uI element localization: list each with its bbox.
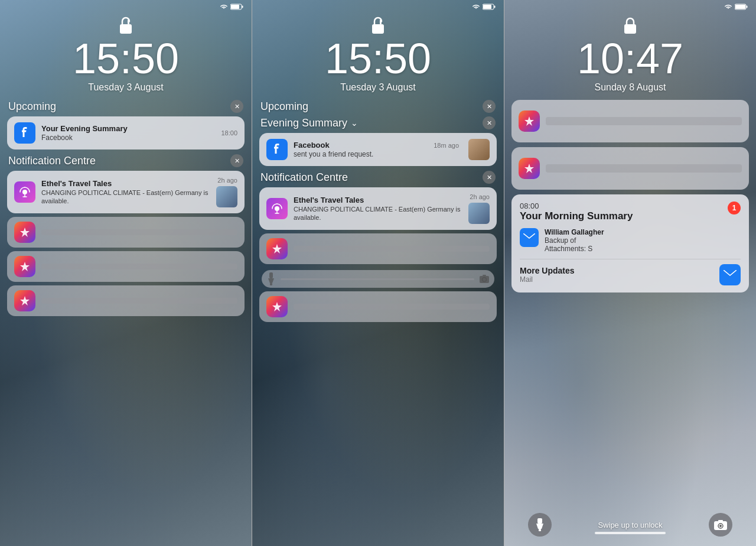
status-bar-3 (504, 0, 756, 11)
podcasts-card-2[interactable]: Ethel's Travel Tales CHANGING POLITICAL … (259, 187, 497, 230)
facebook-upcoming-subtitle: Facebook (41, 134, 215, 142)
lock-icon-3 (622, 16, 638, 35)
more-updates-sub: Mail (520, 275, 575, 284)
svg-rect-24 (537, 518, 542, 524)
facebook-evening-title: Facebook (294, 141, 330, 150)
battery-icon (230, 4, 243, 10)
camera-icon-3 (714, 519, 727, 530)
mail-icon-svg-2 (724, 270, 737, 280)
date-3: Sunday 8 August (504, 82, 756, 93)
podcasts-title-1: Ethel's Travel Tales (41, 179, 210, 188)
shortcuts-svg-3a (523, 115, 535, 127)
svg-rect-7 (494, 6, 496, 8)
svg-marker-25 (536, 524, 543, 529)
facebook-evening-row: Facebook 18m ago sent you a friend reque… (259, 133, 497, 166)
status-icons-2 (472, 4, 496, 10)
shortcuts-blurred-3a (511, 100, 749, 142)
unlock-icon (118, 16, 134, 35)
badge-1: 1 (728, 202, 741, 214)
morning-backup: Backup of (545, 236, 741, 245)
svg-rect-8 (483, 5, 491, 9)
facebook-upcoming-content: Your Evening Summary Facebook (41, 124, 215, 142)
upcoming-header-1: Upcoming ✕ (7, 100, 245, 113)
flashlight-icon-2 (266, 272, 276, 285)
shortcuts-icon-1c (14, 290, 35, 311)
facebook-upcoming-card[interactable]: Your Evening Summary Facebook 18:00 (7, 116, 245, 150)
svg-point-30 (719, 525, 722, 527)
svg-rect-14 (270, 283, 272, 285)
blurred-content-3a (546, 117, 742, 125)
svg-point-5 (22, 190, 27, 194)
morning-title-label: Your Morning Summary (520, 210, 633, 222)
flashlight-button[interactable] (528, 513, 552, 537)
facebook-evening-time: 18m ago (434, 142, 459, 149)
shortcuts-blurred-1c (7, 285, 245, 316)
notif-centre-close-1[interactable]: ✕ (230, 154, 243, 167)
battery-icon-3 (735, 4, 748, 10)
shortcuts-icon-3a (519, 110, 540, 132)
shortcuts-svg-1c (19, 295, 31, 307)
morning-time-label: 08:00 (520, 202, 633, 210)
podcasts-time-2: 2h ago (470, 193, 490, 200)
upcoming-header-2: Upcoming ✕ (259, 100, 497, 113)
shortcuts-icon-2a (266, 238, 288, 259)
notifications-1: Upcoming ✕ Your Evening Summary Facebook… (0, 93, 252, 316)
more-updates-label: More Updates (520, 266, 575, 275)
notifications-3: 08:00 Your Morning Summary 1 William Gal… (504, 93, 756, 292)
podcasts-time-1: 2h ago (217, 177, 237, 184)
shortcuts-blurred-3b (511, 147, 749, 190)
status-bar-2 (252, 0, 504, 11)
upcoming-close-1[interactable]: ✕ (230, 100, 243, 113)
evening-summary-expand[interactable]: Evening Summary ⌄ (260, 117, 358, 129)
status-icons-1 (220, 4, 243, 10)
svg-point-11 (275, 206, 279, 211)
clock-3: 10:47 (504, 37, 756, 80)
blurred-content-3b (546, 164, 742, 173)
battery-icon-2 (483, 4, 496, 10)
svg-rect-19 (747, 6, 748, 8)
notifications-2: Upcoming ✕ Evening Summary ⌄ ✕ Facebook (252, 93, 504, 322)
svg-rect-4 (128, 20, 129, 24)
facebook-evening-card[interactable]: Facebook 18m ago sent you a friend reque… (259, 133, 497, 166)
lock-area-3 (504, 11, 756, 35)
slide-bar (262, 270, 494, 288)
svg-marker-13 (268, 278, 274, 283)
status-icons-3 (724, 4, 748, 10)
notif-centre-close-2[interactable]: ✕ (483, 171, 496, 184)
facebook-f-icon-2 (271, 143, 284, 156)
facebook-upcoming-row: Your Evening Summary Facebook 18:00 (7, 116, 245, 150)
mail-icon-svg (523, 233, 535, 242)
shortcuts-blurred-2a (259, 233, 497, 264)
morning-summary-card[interactable]: 08:00 Your Morning Summary 1 William Gal… (511, 194, 749, 292)
morning-sender: William Gallagher (545, 228, 741, 236)
blurred-content-2a (294, 246, 490, 252)
shortcuts-icon-1a (14, 222, 35, 243)
lock-area-2 (252, 11, 504, 35)
upcoming-close-2[interactable]: ✕ (483, 100, 496, 113)
facebook-thumb (468, 139, 490, 160)
podcasts-thumb-1 (216, 186, 237, 207)
shortcuts-blurred-1a (7, 217, 245, 248)
camera-icon-2 (479, 274, 490, 284)
svg-rect-21 (624, 24, 636, 34)
morning-mail-content: William Gallagher Backup of Attachments:… (545, 228, 741, 253)
date-2: Tuesday 3 August (252, 82, 504, 93)
clock-1: 15:50 (0, 37, 252, 80)
podcasts-app-icon-1 (14, 181, 35, 203)
podcasts-thumb-2 (468, 203, 490, 224)
podcasts-title-2: Ethel's Travel Tales (294, 196, 462, 204)
podcasts-row-2: Ethel's Travel Tales CHANGING POLITICAL … (259, 187, 497, 230)
swipe-text: Swipe up to unlock (595, 521, 666, 529)
clock-2: 15:50 (252, 37, 504, 80)
bottom-bar-3: Swipe up to unlock (504, 506, 756, 546)
upcoming-title-2: Upcoming (260, 100, 308, 113)
facebook-evening-subtitle: sent you a friend request. (294, 150, 459, 158)
morning-attachments: Attachments: S (545, 245, 741, 253)
date-1: Tuesday 3 August (0, 82, 252, 93)
evening-summary-close[interactable]: ✕ (483, 116, 496, 129)
podcasts-card-1[interactable]: Ethel's Travel Tales CHANGING POLITICAL … (7, 171, 245, 213)
camera-button[interactable] (709, 513, 732, 537)
notif-centre-header-2: Notification Centre ✕ (259, 171, 497, 184)
svg-rect-9 (372, 24, 384, 34)
shortcuts-icon-1b (14, 256, 35, 277)
